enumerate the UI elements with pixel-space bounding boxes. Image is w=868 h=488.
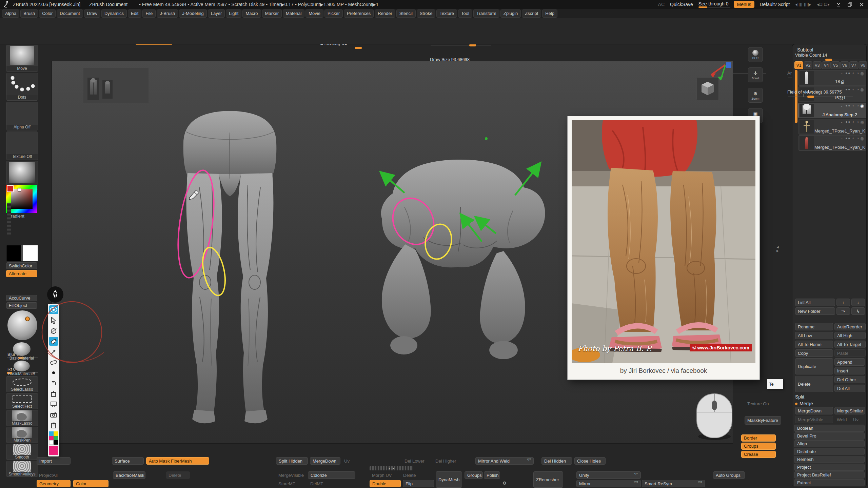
- eraser-tool-icon[interactable]: [49, 358, 58, 367]
- whiteboard-icon[interactable]: [49, 400, 58, 409]
- eye-icon[interactable]: ◉: [860, 103, 864, 108]
- brush-size-dot-icon[interactable]: [49, 368, 58, 377]
- menu-item[interactable]: File: [142, 9, 156, 18]
- move-down-button[interactable]: ↓: [851, 299, 865, 306]
- polish-button[interactable]: Polish: [484, 471, 500, 479]
- tray-item[interactable]: Move: [6, 45, 38, 72]
- morph-uv-button[interactable]: Morph UV: [370, 471, 397, 479]
- auto-groups-button[interactable]: Auto Groups: [713, 471, 745, 479]
- subtool-grid-button[interactable]: Rename: [795, 323, 833, 330]
- del-other-button[interactable]: Del Other: [834, 376, 865, 383]
- move-out-button[interactable]: ↳: [851, 307, 865, 315]
- menu-item[interactable]: Dynamics: [101, 9, 127, 18]
- insert-button[interactable]: Insert: [834, 367, 865, 374]
- merge-down-bottom-button[interactable]: MergeDown: [310, 457, 340, 465]
- subtool-section-row[interactable]: Align: [794, 440, 865, 447]
- right-shelf-button[interactable]: ⊕ Zoom: [748, 88, 763, 103]
- menu-item[interactable]: Material: [283, 9, 304, 18]
- close-button[interactable]: [859, 2, 865, 7]
- subtool-grid-button[interactable]: Paste: [834, 349, 866, 357]
- smart-resym-button[interactable]: Smart ReSymxyz: [642, 480, 705, 487]
- gear-icon[interactable]: ⚙: [502, 481, 507, 486]
- menu-item[interactable]: Help: [542, 9, 557, 18]
- mask-by-feature-button[interactable]: MaskByFeature: [745, 416, 781, 425]
- tray-brush-item[interactable]: Smooth: [6, 444, 38, 460]
- tray-brush-item[interactable]: SmoothValleys: [6, 461, 38, 477]
- reference-photo-panel[interactable]: Photo by Petra B. P. © www.JiriBorkovec.…: [568, 116, 760, 380]
- uv-button[interactable]: Uv: [851, 416, 863, 423]
- menu-item[interactable]: Zscript: [522, 9, 541, 18]
- list-all-button[interactable]: List All: [795, 299, 835, 306]
- tray-splitter-handle[interactable]: ◄►: [776, 245, 780, 253]
- backface-mask-button[interactable]: BackfaceMask: [113, 471, 145, 479]
- subtool-row[interactable]: ⌄ ●● ◐ ◑ ✎ ◉ 18강: [798, 70, 866, 86]
- right-shelf-button[interactable]: ✛ Scroll: [748, 67, 763, 82]
- menus-button[interactable]: Menus: [734, 1, 754, 8]
- subtool-grid-button[interactable]: AutoReorder: [834, 323, 866, 330]
- new-folder-button[interactable]: New Folder: [795, 307, 835, 315]
- tray-brush-item[interactable]: SelectRect: [6, 393, 38, 409]
- alternate-button[interactable]: Alternate: [6, 270, 37, 277]
- border-button[interactable]: Border: [741, 434, 776, 442]
- auto-mask-fibermesh-button[interactable]: Auto Mask FiberMesh: [146, 457, 209, 465]
- subtool-grid-button[interactable]: Copy: [795, 349, 833, 357]
- subtool-grid-button[interactable]: All High: [834, 332, 866, 339]
- tray-brush-item[interactable]: MaskPen: [6, 427, 38, 443]
- subtool-row[interactable]: ⌄ ●● ◐ ◑ ✎ ◉ Merged_TPose1_Ryan_Kingslie…: [798, 119, 866, 135]
- uv-bottom-button[interactable]: Uv: [342, 457, 354, 465]
- tray-brush-item[interactable]: SelectLasso: [6, 376, 38, 392]
- subtool-tab[interactable]: V8: [859, 61, 867, 69]
- tray-item[interactable]: Texture Off: [6, 131, 38, 160]
- green-swatch[interactable]: [54, 436, 58, 440]
- eye-icon[interactable]: ◉: [860, 71, 864, 76]
- eye-icon[interactable]: ◉: [860, 87, 864, 92]
- white-swatch[interactable]: [49, 440, 54, 445]
- timer-tool-icon[interactable]: [49, 326, 58, 335]
- subtool-tab[interactable]: V5: [831, 61, 840, 69]
- current-material-sphere[interactable]: [7, 310, 37, 340]
- default-zscript-button[interactable]: DefaultZScript: [760, 2, 790, 7]
- merge-section[interactable]: Merge: [793, 400, 815, 407]
- subtool-section-row[interactable]: Extract: [794, 479, 865, 486]
- merge-down-button[interactable]: MergeDown: [795, 407, 833, 414]
- color-sv-square[interactable]: [11, 189, 33, 209]
- restore-button[interactable]: [847, 2, 853, 7]
- fill-object-button[interactable]: FillObject: [6, 302, 37, 309]
- split-hidden-button[interactable]: Split Hidden: [276, 457, 308, 465]
- subtool-section-row[interactable]: Bevel Pro: [794, 432, 865, 440]
- magenta-swatch[interactable]: [49, 436, 54, 440]
- merge-similar-button[interactable]: MergeSimilar: [834, 407, 865, 414]
- colorize-button[interactable]: Colorize: [308, 471, 355, 479]
- menu-item[interactable]: Texture: [436, 9, 457, 18]
- yellow-swatch[interactable]: [54, 431, 58, 436]
- weld-button[interactable]: Weld: [834, 416, 849, 423]
- flip-button[interactable]: Flip: [403, 480, 434, 487]
- unify-button[interactable]: Unifyxyz: [576, 471, 641, 479]
- switch-color-button[interactable]: SwitchColor: [6, 262, 37, 269]
- menu-item[interactable]: Alpha: [2, 9, 19, 18]
- duplicate-button[interactable]: Duplicate: [795, 358, 833, 374]
- subtool-grid-button[interactable]: All To Target: [834, 341, 866, 348]
- subtool-section-row[interactable]: Boolean: [794, 425, 865, 432]
- menu-item[interactable]: Edit: [128, 9, 141, 18]
- project-all-button[interactable]: ProjectAll: [37, 471, 71, 479]
- close-holes-button[interactable]: Close Holes: [574, 457, 606, 465]
- delete-button[interactable]: Delete: [795, 376, 833, 392]
- del-lower-button[interactable]: Del Lower: [402, 457, 427, 465]
- del-all-button[interactable]: Del All: [834, 385, 865, 392]
- quicksave-button[interactable]: QuickSave: [670, 2, 693, 7]
- del-mt-button[interactable]: DelMT: [308, 480, 330, 487]
- eye-icon[interactable]: ◉: [860, 136, 864, 141]
- menu-item[interactable]: Tool: [458, 9, 472, 18]
- subtool-tab[interactable]: V6: [840, 61, 849, 69]
- see-through-slider[interactable]: See-through 0: [698, 1, 729, 8]
- cursor-tool-icon[interactable]: [49, 316, 58, 325]
- tray-item[interactable]: Alpha Off: [6, 102, 38, 130]
- cube-widget[interactable]: [696, 77, 719, 100]
- subtool-tab[interactable]: V4: [822, 61, 831, 69]
- menu-item[interactable]: Layer: [208, 9, 225, 18]
- field-of-view-slider[interactable]: Field of view(deg) 39.59775: [787, 89, 854, 98]
- import-button[interactable]: Import: [37, 457, 71, 465]
- move-up-button[interactable]: ↑: [836, 299, 850, 306]
- accucurve-button[interactable]: AccuCurve: [6, 295, 37, 301]
